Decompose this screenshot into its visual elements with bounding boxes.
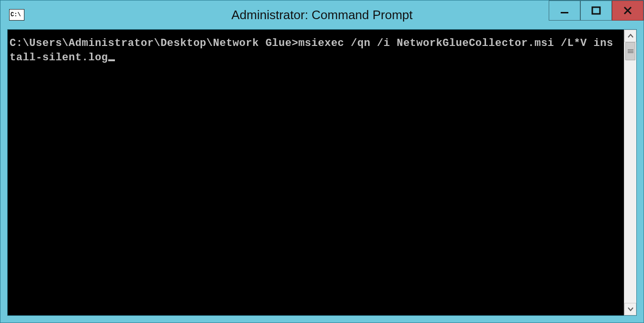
scroll-up-button[interactable] bbox=[624, 30, 636, 42]
vertical-scrollbar[interactable] bbox=[624, 30, 636, 315]
minimize-button[interactable] bbox=[549, 0, 580, 21]
close-icon bbox=[622, 5, 633, 16]
scroll-thumb[interactable] bbox=[625, 42, 635, 60]
minimize-icon bbox=[559, 5, 570, 16]
window-frame: Administrator: Command Prompt C:\Users bbox=[0, 0, 644, 323]
text-cursor bbox=[108, 59, 115, 61]
scroll-down-button[interactable] bbox=[624, 303, 636, 315]
client-area: C:\Users\Administrator\Desktop\Network G… bbox=[7, 29, 637, 316]
scroll-track[interactable] bbox=[624, 42, 636, 303]
close-button[interactable] bbox=[612, 0, 644, 21]
prompt-text: C:\Users\Administrator\Desktop\Network G… bbox=[10, 37, 298, 49]
window-title: Administrator: Command Prompt bbox=[0, 8, 644, 22]
maximize-icon bbox=[591, 5, 601, 16]
titlebar[interactable]: Administrator: Command Prompt bbox=[0, 0, 644, 29]
console-output[interactable]: C:\Users\Administrator\Desktop\Network G… bbox=[8, 30, 624, 315]
svg-rect-1 bbox=[592, 7, 600, 14]
chevron-down-icon bbox=[628, 307, 633, 312]
svg-rect-0 bbox=[561, 12, 568, 13]
chevron-up-icon bbox=[628, 33, 633, 38]
maximize-button[interactable] bbox=[580, 0, 612, 21]
window-controls bbox=[549, 0, 644, 21]
